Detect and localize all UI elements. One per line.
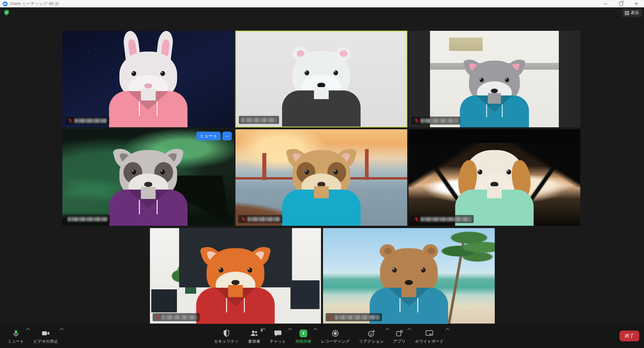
name-label [238, 215, 282, 223]
hoodie-body [109, 91, 187, 127]
toolbar-ビデオの停止[interactable]: ビデオの停止 [29, 324, 63, 348]
eye-shine [305, 71, 307, 72]
participant-name-redacted [248, 217, 280, 221]
drawstring-left [139, 101, 140, 116]
share-screen-icon [300, 330, 307, 337]
neck [314, 87, 329, 99]
drawstring-left [139, 200, 140, 214]
neck [314, 186, 329, 198]
meeting-stage: 表示 ミュート⋯ [0, 7, 644, 324]
drawstring-right [417, 298, 418, 312]
toolbar-レコーディング[interactable]: レコーディング [317, 324, 355, 348]
right-eye [505, 78, 509, 82]
minimize-button[interactable]: — [598, 0, 613, 7]
right-eye [421, 268, 426, 273]
toolbar-ミュート[interactable]: ミュート [3, 324, 29, 348]
participant-tile-2[interactable] [235, 31, 407, 127]
toolbar-ホワイトボード[interactable]: ホワイトボード [411, 324, 449, 348]
muted-mic-icon [155, 315, 160, 320]
drawstring-left [226, 298, 227, 312]
participant-tile-6[interactable] [409, 129, 580, 226]
toolbar-center-group: セキュリティ8参加者チャット画面共有レコーディングリアクションアプリホワイトボー… [210, 324, 449, 348]
name-label [65, 117, 109, 125]
neck [141, 187, 156, 199]
neck [401, 285, 416, 297]
chevron-up-icon[interactable] [445, 328, 449, 332]
avatar-raccoon [110, 145, 187, 226]
zoom-window: Zoom ミーティング 40-分 — ✕ 表示 ミュート⋯ ミュートビデオの停止… [0, 0, 644, 348]
toolbar-label: ビデオの停止 [34, 339, 58, 343]
ask-to-mute-button[interactable]: ミュート [196, 132, 221, 140]
nose [405, 280, 413, 285]
mic-icon [12, 329, 20, 338]
toolbar-画面共有[interactable]: 画面共有 [291, 324, 317, 348]
participant-tile-8[interactable] [323, 228, 495, 324]
maximize-button[interactable] [613, 0, 629, 7]
window-controls: — ✕ [598, 0, 644, 7]
left-eye [131, 169, 136, 175]
neck [141, 88, 156, 100]
toolbar-参加者[interactable]: 8参加者 [244, 324, 265, 348]
toolbar-セキュリティ[interactable]: セキュリティ [210, 324, 244, 348]
participant-name-redacted [335, 315, 379, 320]
participant-tile-1[interactable] [62, 31, 234, 127]
drawstring-right [502, 104, 502, 117]
eye-shine [507, 170, 508, 171]
toolbar-left-group: ミュートビデオの停止 [3, 324, 63, 348]
neck [488, 93, 501, 104]
shield-icon [222, 329, 230, 338]
drawstring-left [486, 104, 487, 117]
participant-name-redacted [162, 315, 197, 320]
eye-shine [132, 72, 133, 73]
neck [487, 186, 502, 198]
participant-video [150, 228, 321, 324]
eye-shine [219, 268, 221, 270]
participant-video [430, 31, 559, 127]
encryption-shield-icon[interactable] [4, 9, 9, 17]
close-button[interactable]: ✕ [629, 0, 644, 7]
hoodie-body [196, 288, 275, 324]
titlebar: Zoom ミーティング 40-分 — ✕ [0, 0, 644, 8]
camera-icon [41, 329, 50, 338]
nose [144, 83, 152, 88]
window-title: Zoom ミーティング 40-分 [10, 1, 59, 7]
toolbar-label: ホワイトボード [415, 339, 444, 343]
left-eye [219, 268, 223, 273]
left-eye [478, 169, 482, 175]
right-eye [160, 71, 165, 76]
right-eye [333, 169, 338, 175]
hoodie-body [282, 190, 361, 226]
zoom-app-icon [3, 1, 8, 6]
participant-video [236, 31, 407, 127]
muted-mic-icon [328, 315, 333, 320]
toolbar: ミュートビデオの停止 セキュリティ8参加者チャット画面共有レコーディングリアクシ… [0, 324, 644, 348]
end-meeting-button[interactable]: 終了 [620, 331, 639, 341]
hoodie-body [282, 90, 361, 127]
toolbar-label: 画面共有 [296, 339, 312, 343]
inner-ear [427, 248, 435, 254]
eye-shine [305, 170, 307, 171]
participant-tile-7[interactable] [150, 228, 321, 324]
toolbar-label: レコーディング [321, 339, 350, 343]
toolbar-アプリ[interactable]: アプリ [389, 324, 411, 348]
avatar-husky [461, 57, 528, 127]
participant-tile-5[interactable] [235, 129, 407, 226]
participant-name-redacted [421, 119, 458, 123]
participant-tile-3[interactable] [409, 31, 580, 127]
toolbar-label: リアクション [359, 339, 384, 343]
toolbar-チャット[interactable]: チャット [265, 324, 291, 348]
right-eye [248, 268, 252, 273]
tile-more-options-button[interactable]: ⋯ [222, 132, 232, 140]
eye-shine [505, 78, 507, 80]
right-eye [160, 169, 165, 175]
participant-name-redacted [421, 217, 471, 221]
toolbar-リアクション[interactable]: リアクション [355, 324, 389, 348]
eye-shine [393, 268, 394, 270]
avatar-fox [197, 243, 274, 324]
participant-tile-4[interactable]: ミュート⋯ [62, 129, 234, 226]
view-button[interactable]: 表示 [622, 9, 642, 17]
chevron-up-icon[interactable] [60, 328, 63, 332]
participant-name-redacted [68, 217, 107, 221]
name-label [65, 215, 110, 223]
drawstring-right [244, 298, 245, 312]
